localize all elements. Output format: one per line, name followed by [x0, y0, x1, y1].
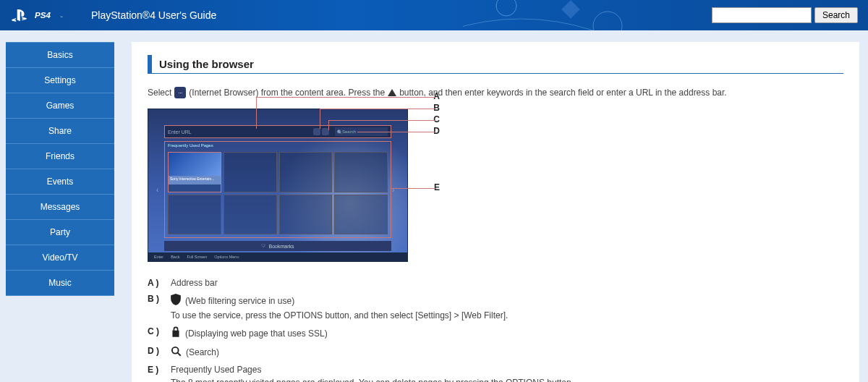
ps-logo: PS4™ [10, 7, 77, 23]
sidebar-item-friends[interactable]: Friends [6, 144, 114, 169]
svg-point-3 [593, 12, 622, 30]
triangle-button-icon [388, 89, 396, 96]
page-title: PlayStation®4 User's Guide [91, 9, 216, 21]
diagram-bookmarks-bar: ♡ Bookmarks [164, 241, 391, 251]
legend-row-c: C ) (Displaying web page that uses SSL) [148, 326, 843, 340]
diagram-pages-frame: Frequently Used Pages ‹ › Sony Interacti… [164, 141, 391, 238]
callout-d: D [433, 126, 440, 136]
callout-b: B [433, 103, 440, 113]
sidebar-item-basics[interactable]: Basics [6, 42, 114, 68]
lock-icon [171, 326, 181, 340]
diagram-shield-icon [313, 128, 320, 135]
callout-a: A [433, 91, 440, 101]
content-area: Using the browser Select ··· (Internet B… [132, 42, 859, 382]
diagram-arrow-left: ‹ [156, 186, 163, 193]
diagram-lock-icon [322, 128, 329, 135]
svg-text:™: ™ [61, 16, 63, 19]
svg-point-5 [172, 347, 179, 354]
search-icon [171, 346, 182, 359]
sidebar-item-party[interactable]: Party [6, 220, 114, 245]
search-button[interactable]: Search [814, 7, 858, 23]
header-decoration [463, 0, 680, 30]
legend-row-e: E ) Frequently Used Pages The 8 most rec… [148, 365, 843, 382]
sidebar-item-music[interactable]: Music [6, 271, 114, 296]
sidebar-item-games[interactable]: Games [6, 93, 114, 119]
sidebar-item-events[interactable]: Events [6, 169, 114, 195]
svg-line-6 [177, 352, 180, 355]
legend-row-a: A ) Address bar [148, 278, 843, 288]
search-input[interactable] [712, 7, 812, 23]
svg-rect-4 [561, 0, 579, 18]
callout-e: E [434, 182, 440, 192]
diagram-address-bar: Enter URL 🔍 Search [164, 125, 391, 138]
intro-text: Select ··· (Internet Browser) from the c… [148, 87, 843, 98]
svg-text:PS4: PS4 [35, 10, 51, 20]
content-heading: Using the browser [148, 55, 843, 74]
diagram-hint-bar: EnterBackFull ScreenOptions Menu [148, 252, 407, 261]
sidebar-item-settings[interactable]: Settings [6, 68, 114, 93]
svg-point-2 [496, 0, 516, 16]
sidebar-item-videotv[interactable]: Video/TV [6, 245, 114, 271]
legend-row-b: B ) (Web filtering service in use) To us… [148, 294, 843, 321]
sidebar-item-messages[interactable]: Messages [6, 195, 114, 220]
callout-c: C [433, 114, 440, 124]
header-bar: PS4™ PlayStation®4 User's Guide Search [0, 0, 868, 30]
ps4-text-logo: PS4™ [35, 9, 77, 22]
browser-diagram: A B C D E Enter URL 🔍 Search Frequently [148, 109, 415, 262]
diagram-tile-1: Sony Interactive Entertain... [168, 152, 221, 192]
sidebar: Basics Settings Games Share Friends Even… [6, 42, 114, 296]
diagram-arrow-right: › [392, 186, 399, 193]
diagram-search-field: 🔍 Search [335, 127, 388, 136]
search-box: Search [712, 7, 858, 23]
legend: A ) Address bar B ) (Web filtering servi… [148, 278, 843, 382]
legend-row-d: D ) (Search) [148, 346, 843, 359]
sidebar-item-share[interactable]: Share [6, 119, 114, 144]
browser-app-icon: ··· [174, 87, 186, 98]
shield-icon [171, 294, 181, 307]
